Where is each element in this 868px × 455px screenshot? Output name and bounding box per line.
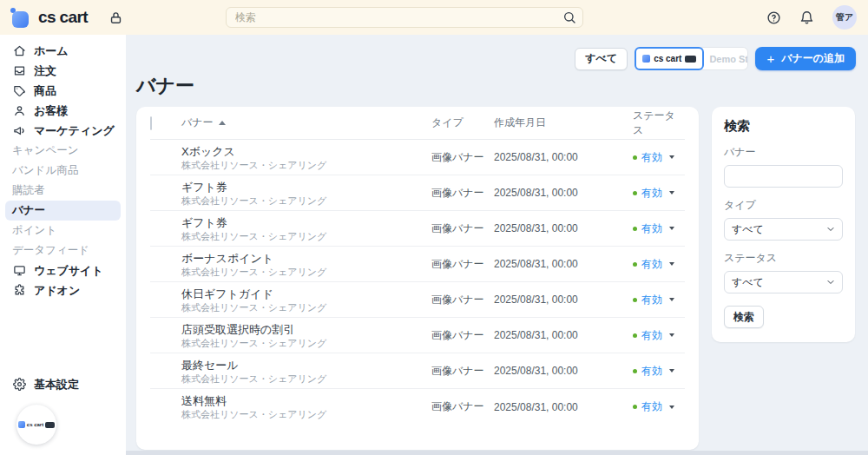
gear-icon <box>12 378 26 391</box>
banner-company: 株式会社リソース・シェアリング <box>181 409 431 419</box>
table-row: 休日ギフトガイド株式会社リソース・シェアリング画像バナー2025/08/31, … <box>150 282 685 318</box>
banner-company: 株式会社リソース・シェアリング <box>181 267 431 277</box>
status-dropdown[interactable]: 有効 <box>633 328 685 343</box>
sidebar-item-label: 購読者 <box>12 183 45 198</box>
sidebar-item-data-feeds[interactable]: データフィード <box>5 241 121 260</box>
filter-status-select[interactable]: すべて <box>724 271 843 293</box>
search-filter-panel: 検索 バナー タイプ すべて ステータス すべて 検索 <box>712 107 855 342</box>
storefront-switcher: cs cart Demo Store <box>635 47 748 70</box>
status-dot-icon <box>633 405 637 409</box>
banner-type: 画像バナー <box>431 293 494 307</box>
status-dropdown[interactable]: 有効 <box>633 221 685 236</box>
storefront-all-button[interactable]: すべて <box>575 48 628 70</box>
table-body: Xボックス株式会社リソース・シェアリング画像バナー2025/08/31, 00:… <box>150 140 685 425</box>
notifications-bell-icon[interactable] <box>799 10 814 25</box>
sidebar: ホーム注文商品お客様マーケティングキャンペーンバンドル商品購読者バナーポイントデ… <box>0 35 126 455</box>
banner-created-date: 2025/08/31, 00:00 <box>494 329 633 341</box>
cs-cart-logo[interactable]: cs cart <box>10 7 88 28</box>
sidebar-item-label: 基本設定 <box>34 377 79 392</box>
table-row: 店頭受取選択時の割引株式会社リソース・シェアリング画像バナー2025/08/31… <box>150 318 685 353</box>
sidebar-item-orders[interactable]: 注文 <box>5 61 121 81</box>
sidebar-item-products[interactable]: 商品 <box>5 81 121 101</box>
global-search <box>226 7 583 28</box>
banner-name-link[interactable]: ボーナスポイント <box>181 252 431 265</box>
filter-type-select[interactable]: すべて <box>724 218 843 241</box>
table-row: ギフト券株式会社リソース・シェアリング画像バナー2025/08/31, 00:0… <box>150 211 685 247</box>
user-avatar[interactable]: 管ア <box>832 5 857 30</box>
main-content: すべて cs cart Demo Store + バナーの追加 バナー バナー <box>126 35 868 455</box>
banner-name-link[interactable]: Xボックス <box>181 145 431 158</box>
global-search-input[interactable] <box>226 7 583 28</box>
status-dot-icon <box>633 298 637 302</box>
column-header-created[interactable]: 作成年月日 <box>494 115 633 130</box>
status-dot-icon <box>633 155 637 160</box>
chevron-down-icon <box>669 369 674 373</box>
column-header-status[interactable]: ステータス <box>633 109 685 138</box>
sidebar-item-customers[interactable]: お客様 <box>5 101 121 121</box>
sidebar-item-marketing[interactable]: マーケティング <box>5 121 121 141</box>
banner-name-link[interactable]: ギフト券 <box>181 181 431 194</box>
banner-type: 画像バナー <box>431 364 494 379</box>
sidebar-item-settings[interactable]: 基本設定 <box>5 374 121 394</box>
table-row: ギフト券株式会社リソース・シェアリング画像バナー2025/08/31, 00:0… <box>150 175 685 211</box>
sidebar-item-subscribers[interactable]: 購読者 <box>5 181 121 201</box>
website-icon <box>12 264 26 277</box>
storefront-tab-demo-store[interactable]: Demo Store <box>701 47 748 70</box>
toolbar: すべて cs cart Demo Store + バナーの追加 <box>126 47 856 70</box>
sidebar-item-bundle-products[interactable]: バンドル商品 <box>5 161 121 181</box>
chevron-down-icon <box>669 227 674 230</box>
sidebar-item-banners[interactable]: バナー <box>5 201 121 221</box>
status-dropdown[interactable]: 有効 <box>633 364 685 379</box>
filter-banner-input[interactable] <box>724 165 843 188</box>
banner-name-link[interactable]: 休日ギフトガイド <box>181 287 431 300</box>
status-label: 有効 <box>641 328 662 343</box>
banner-created-date: 2025/08/31, 00:00 <box>494 293 633 306</box>
search-icon[interactable] <box>562 10 576 24</box>
home-icon <box>12 44 26 57</box>
sidebar-item-addons[interactable]: アドオン <box>5 280 121 300</box>
sidebar-item-home[interactable]: ホーム <box>5 41 121 61</box>
status-dropdown[interactable]: 有効 <box>633 257 685 272</box>
cs-cart-version-badge[interactable]: cs cart <box>16 405 56 445</box>
banner-type: 画像バナー <box>431 257 494 272</box>
chevron-down-icon <box>669 298 674 301</box>
cs-cart-logo-icon <box>10 7 30 28</box>
status-dropdown[interactable]: 有効 <box>633 186 685 201</box>
banner-name-link[interactable]: 送料無料 <box>181 394 431 407</box>
cs-cart-mini-logo-icon <box>18 421 25 428</box>
plan-badge <box>45 422 55 428</box>
select-all-checkbox[interactable] <box>150 116 152 130</box>
chevron-down-icon <box>669 155 674 159</box>
banner-created-date: 2025/08/31, 00:00 <box>494 401 633 413</box>
chevron-down-icon <box>669 333 674 337</box>
status-label: 有効 <box>641 186 662 201</box>
help-icon[interactable] <box>766 10 781 25</box>
banner-created-date: 2025/08/31, 00:00 <box>494 187 633 199</box>
status-dropdown[interactable]: 有効 <box>633 150 685 165</box>
filter-search-button[interactable]: 検索 <box>724 306 764 328</box>
banner-name-link[interactable]: 最終セール <box>181 359 431 372</box>
sidebar-item-label: ホーム <box>34 43 69 59</box>
sidebar-nav: ホーム注文商品お客様マーケティングキャンペーンバンドル商品購読者バナーポイントデ… <box>0 35 126 300</box>
status-dot-icon <box>633 191 637 195</box>
status-dropdown[interactable]: 有効 <box>633 399 685 414</box>
sidebar-item-website[interactable]: ウェブサイト <box>5 260 121 280</box>
filter-banner-label: バナー <box>724 145 843 160</box>
lock-icon[interactable] <box>108 10 123 25</box>
table-row: Xボックス株式会社リソース・シェアリング画像バナー2025/08/31, 00:… <box>150 140 685 175</box>
table-row: 送料無料株式会社リソース・シェアリング画像バナー2025/08/31, 00:0… <box>150 389 685 425</box>
sidebar-item-label: ポイント <box>12 223 56 238</box>
sidebar-item-campaigns[interactable]: キャンペーン <box>5 141 121 161</box>
status-label: 有効 <box>641 150 662 165</box>
storefront-tab-cs-cart[interactable]: cs cart <box>635 47 704 70</box>
column-header-banner[interactable]: バナー <box>181 115 431 130</box>
chevron-down-icon <box>669 191 674 195</box>
column-header-type[interactable]: タイプ <box>431 115 494 130</box>
banner-name-link[interactable]: ギフト券 <box>181 216 431 229</box>
add-banner-button[interactable]: + バナーの追加 <box>755 47 856 70</box>
banner-name-link[interactable]: 店頭受取選択時の割引 <box>181 323 431 336</box>
marketing-icon <box>12 124 26 137</box>
banner-type: 画像バナー <box>431 186 494 201</box>
status-dropdown[interactable]: 有効 <box>633 293 685 307</box>
sidebar-item-points[interactable]: ポイント <box>5 221 121 241</box>
